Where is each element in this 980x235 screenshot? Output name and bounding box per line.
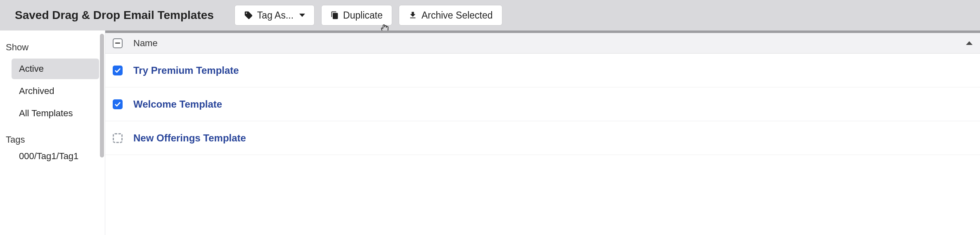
- templates-table: Name Try Premium Template Welcome Templa…: [105, 31, 980, 235]
- toolbar: Saved Drag & Drop Email Templates Tag As…: [0, 0, 980, 31]
- template-name-link[interactable]: New Offerings Template: [131, 132, 973, 144]
- table-row: Try Premium Template: [105, 54, 980, 87]
- duplicate-button[interactable]: Duplicate: [321, 5, 392, 26]
- page-title: Saved Drag & Drop Email Templates: [15, 9, 214, 22]
- sidebar-item-all-templates[interactable]: All Templates: [12, 103, 99, 124]
- sidebar-scroll-thumb[interactable]: [100, 34, 104, 157]
- table-row: New Offerings Template: [105, 121, 980, 155]
- template-name-link[interactable]: Welcome Template: [131, 99, 973, 110]
- copy-icon: [331, 11, 339, 20]
- sidebar-item-label: Active: [19, 63, 44, 74]
- template-name-link[interactable]: Try Premium Template: [131, 65, 973, 76]
- table-row: Welcome Template: [105, 87, 980, 121]
- sidebar-tag-label: 000/Tag1/Tag1: [19, 151, 78, 161]
- tag-icon: [244, 11, 253, 20]
- duplicate-label: Duplicate: [343, 10, 383, 21]
- select-all-checkbox[interactable]: [113, 38, 123, 48]
- sidebar-item-label: All Templates: [19, 108, 73, 119]
- row-checkbox[interactable]: [113, 66, 123, 75]
- sidebar: Show Active Archived All Templates Tags …: [0, 31, 105, 235]
- sidebar-tags-heading: Tags: [6, 134, 99, 145]
- tag-as-label: Tag As...: [257, 10, 294, 21]
- archive-label: Archive Selected: [421, 10, 493, 21]
- sidebar-tag-item[interactable]: 000/Tag1/Tag1: [6, 151, 99, 162]
- tag-as-button[interactable]: Tag As...: [234, 5, 315, 26]
- sidebar-scrollbar[interactable]: [99, 32, 105, 233]
- sort-indicator[interactable]: [960, 41, 973, 45]
- row-checkbox[interactable]: [113, 99, 123, 109]
- row-checkbox[interactable]: [113, 133, 123, 143]
- archive-selected-button[interactable]: Archive Selected: [399, 5, 502, 26]
- sidebar-show-heading: Show: [6, 42, 99, 53]
- content-body: Show Active Archived All Templates Tags …: [0, 31, 980, 235]
- sidebar-item-active[interactable]: Active: [12, 59, 99, 79]
- sidebar-item-archived[interactable]: Archived: [12, 81, 99, 101]
- archive-icon: [408, 11, 417, 20]
- sort-asc-icon: [966, 41, 973, 45]
- chevron-down-icon: [299, 14, 305, 17]
- column-header-name[interactable]: Name: [131, 38, 960, 49]
- table-header-row: Name: [105, 33, 980, 54]
- sidebar-item-label: Archived: [19, 86, 54, 96]
